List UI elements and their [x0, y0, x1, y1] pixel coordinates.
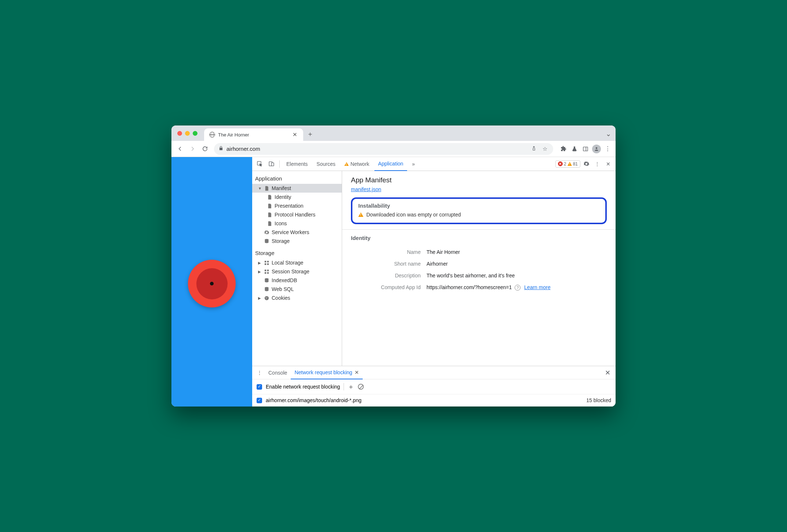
close-window-button[interactable]	[177, 131, 182, 136]
help-icon[interactable]: ?	[515, 285, 521, 291]
labs-icon[interactable]	[569, 144, 580, 154]
installability-warning: Downloaded icon was empty or corrupted	[358, 212, 599, 218]
inspect-element-icon[interactable]	[254, 159, 265, 169]
manifest-json-link[interactable]: manifest.json	[351, 186, 381, 192]
drawer-toolbar: Enable network request blocking ＋	[252, 379, 616, 394]
document-icon	[267, 194, 272, 200]
pattern-checkbox[interactable]	[257, 398, 262, 403]
close-tab-button[interactable]: ✕	[292, 131, 298, 138]
sidepanel-icon[interactable]	[580, 144, 591, 154]
settings-icon[interactable]	[581, 159, 591, 169]
gear-icon	[264, 230, 269, 235]
devtools-menu-icon[interactable]: ⋮	[592, 159, 602, 169]
drawer-tab-console[interactable]: Console	[265, 366, 291, 379]
cookie-icon	[264, 295, 269, 301]
sidebar-item-identity[interactable]: Identity	[252, 193, 342, 201]
blocking-pattern-row[interactable]: airhorner.com/images/touch/android-*.png…	[252, 394, 616, 407]
kv-name: Name The Air Horner	[342, 246, 616, 258]
tab-overflow-button[interactable]: ⌄	[606, 130, 611, 138]
grid-icon	[264, 269, 269, 274]
svg-point-18	[266, 297, 266, 298]
navbar: airhorner.com ☆ ⋮	[171, 141, 616, 157]
airhorn-button[interactable]	[188, 260, 236, 307]
sidebar-item-cookies[interactable]: ▶ Cookies	[252, 294, 342, 302]
blocked-count: 15 blocked	[586, 397, 611, 403]
issues-counter[interactable]: ✕ 2 81	[555, 160, 580, 168]
sidebar-item-session-storage[interactable]: ▶ Session Storage	[252, 267, 342, 276]
error-icon: ✕	[558, 161, 563, 166]
tab-network[interactable]: Network	[341, 157, 373, 171]
minimize-window-button[interactable]	[185, 131, 190, 136]
manifest-detail: App Manifest manifest.json Installabilit…	[342, 171, 616, 366]
sidebar-item-websql[interactable]: Web SQL	[252, 285, 342, 294]
identity-heading: Identity	[342, 229, 616, 246]
sidebar-item-service-workers[interactable]: Service Workers	[252, 228, 342, 237]
drawer-tab-network-request-blocking[interactable]: Network request blocking ✕	[291, 366, 362, 379]
svg-rect-9	[265, 263, 266, 265]
url-text: airhorner.com	[226, 146, 527, 152]
svg-rect-10	[267, 263, 269, 265]
address-bar[interactable]: airhorner.com ☆	[214, 143, 553, 155]
window-controls	[177, 131, 197, 136]
drawer-menu-icon[interactable]: ⋮	[254, 368, 265, 378]
tab-elements[interactable]: Elements	[283, 157, 311, 171]
page-viewport	[171, 157, 252, 407]
sidebar-item-indexeddb[interactable]: IndexedDB	[252, 276, 342, 285]
tab-application[interactable]: Application	[374, 157, 407, 171]
svg-rect-0	[583, 147, 588, 151]
browser-window: The Air Horner ✕ ＋ ⌄ airhorner.com ☆	[171, 125, 616, 407]
database-icon	[264, 278, 269, 283]
warning-icon	[358, 212, 363, 217]
sidebar-item-protocol-handlers[interactable]: Protocol Handlers	[252, 210, 342, 219]
learn-more-link[interactable]: Learn more	[524, 284, 551, 290]
kv-description: Description The world's best airhorner, …	[342, 270, 616, 281]
grid-icon	[264, 260, 269, 266]
chrome-menu-icon[interactable]: ⋮	[602, 144, 613, 154]
tab-overflow-button[interactable]: »	[409, 157, 419, 171]
devtools-panel: Elements Sources Network Application » ✕…	[252, 157, 616, 407]
devtools-toolbar: Elements Sources Network Application » ✕…	[252, 157, 616, 171]
close-drawer-icon[interactable]: ✕	[602, 369, 613, 377]
svg-rect-8	[267, 260, 269, 262]
sidebar-item-presentation[interactable]: Presentation	[252, 201, 342, 210]
add-pattern-button[interactable]: ＋	[348, 382, 354, 391]
tab-sources[interactable]: Sources	[313, 157, 339, 171]
new-tab-button[interactable]: ＋	[307, 130, 313, 138]
profile-avatar[interactable]	[591, 144, 602, 154]
reload-button[interactable]	[199, 143, 210, 154]
titlebar: The Air Horner ✕ ＋ ⌄	[171, 125, 616, 141]
svg-rect-14	[267, 272, 269, 273]
devtools-drawer: ⋮ Console Network request blocking ✕ ✕ E…	[252, 366, 616, 407]
kv-app-id: Computed App Id https://airhorner.com/?h…	[342, 281, 616, 294]
browser-tab[interactable]: The Air Horner ✕	[204, 128, 303, 141]
svg-rect-5	[271, 163, 273, 166]
share-icon[interactable]	[530, 146, 538, 152]
sidebar-item-manifest[interactable]: ▼ Manifest	[252, 184, 342, 193]
close-icon[interactable]: ✕	[355, 369, 359, 375]
content-row: Elements Sources Network Application » ✕…	[171, 157, 616, 407]
sidebar-header-application: Application	[252, 171, 342, 184]
document-icon	[264, 186, 269, 191]
forward-button[interactable]	[187, 143, 198, 154]
sidebar-item-storage[interactable]: Storage	[252, 237, 342, 245]
lock-icon	[218, 146, 224, 152]
sidebar-item-local-storage[interactable]: ▶ Local Storage	[252, 258, 342, 267]
devtools-body: Application ▼ Manifest Identity Presenta…	[252, 171, 616, 366]
sidebar-item-icons[interactable]: Icons	[252, 219, 342, 228]
close-devtools-icon[interactable]: ✕	[603, 159, 613, 169]
device-toolbar-icon[interactable]	[266, 159, 276, 169]
installability-section: Installability Downloaded icon was empty…	[351, 197, 607, 224]
back-button[interactable]	[174, 143, 185, 154]
bookmark-icon[interactable]: ☆	[541, 146, 549, 152]
warning-icon	[344, 162, 349, 166]
svg-rect-12	[267, 269, 269, 271]
kv-short-name: Short name Airhorner	[342, 258, 616, 270]
extensions-icon[interactable]	[558, 144, 569, 154]
svg-rect-7	[265, 260, 266, 262]
enable-blocking-label: Enable network request blocking	[266, 384, 340, 390]
globe-icon	[209, 132, 215, 138]
database-icon	[264, 238, 269, 244]
clear-patterns-button[interactable]	[358, 384, 364, 390]
maximize-window-button[interactable]	[193, 131, 197, 136]
enable-blocking-checkbox[interactable]	[257, 384, 262, 390]
